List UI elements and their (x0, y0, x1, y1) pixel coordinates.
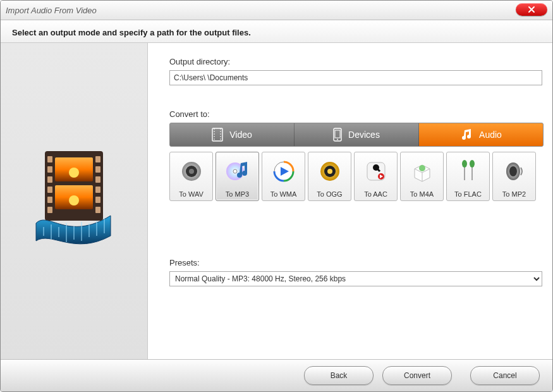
ogg-icon (317, 152, 343, 190)
format-wma[interactable]: To WMA (262, 152, 305, 201)
svg-point-50 (470, 160, 475, 168)
media-player-icon (271, 152, 296, 190)
format-aac[interactable]: To AAC (354, 152, 398, 201)
box-icon (410, 152, 435, 190)
tab-devices[interactable]: Devices (295, 123, 419, 146)
format-m4a-label: To M4A (410, 190, 434, 198)
svg-point-16 (69, 195, 79, 205)
quicktime-icon (363, 152, 389, 190)
tab-audio-label: Audio (479, 130, 502, 140)
close-button[interactable] (516, 3, 547, 16)
svg-rect-5 (47, 176, 52, 183)
format-mp3[interactable]: To MP3 (216, 152, 259, 201)
svg-rect-13 (95, 197, 100, 203)
instruction-heading: Select an output mode and specify a path… (1, 20, 552, 43)
format-wma-label: To WMA (270, 190, 297, 198)
format-wav-label: To WAV (179, 190, 204, 198)
svg-point-52 (509, 166, 517, 176)
back-button[interactable]: Back (304, 366, 374, 385)
svg-point-36 (233, 169, 237, 173)
svg-rect-11 (95, 176, 100, 183)
tab-audio[interactable]: Audio (419, 123, 543, 146)
speaker-icon (179, 152, 204, 190)
category-tabs: Video Devices Audio (169, 123, 544, 147)
tab-devices-label: Devices (348, 130, 380, 140)
svg-rect-8 (47, 207, 52, 213)
svg-rect-14 (95, 207, 100, 213)
format-m4a[interactable]: To M4A (400, 152, 444, 201)
format-wav[interactable]: To WAV (169, 152, 213, 201)
svg-rect-12 (95, 187, 100, 193)
svg-rect-3 (47, 156, 52, 162)
tab-video-label: Video (229, 130, 252, 140)
disc-note-icon (224, 152, 251, 190)
main-panel: Output directory: C:\Users\ \Documents C… (148, 43, 553, 359)
svg-rect-6 (47, 187, 52, 193)
format-mp2[interactable]: To MP2 (492, 152, 536, 201)
format-flac-label: To FLAC (454, 190, 482, 198)
svg-point-49 (462, 160, 467, 168)
svg-rect-9 (95, 156, 100, 162)
svg-rect-7 (47, 197, 52, 203)
video-to-audio-illustration-icon (30, 147, 118, 255)
tab-video[interactable]: Video (170, 123, 295, 146)
window-title: Import Audio From Video (6, 6, 97, 15)
instruction-text: Select an output mode and specify a path… (12, 28, 251, 37)
cancel-button[interactable]: Cancel (470, 366, 540, 385)
format-mp2-label: To MP2 (502, 190, 526, 198)
loudspeaker-icon (502, 152, 527, 190)
title-bar: Import Audio From Video (1, 1, 552, 20)
svg-point-41 (327, 169, 332, 174)
sidebar (1, 43, 148, 359)
svg-rect-10 (95, 166, 100, 173)
presets-label: Presets: (169, 258, 544, 267)
svg-point-15 (69, 168, 79, 178)
close-icon (528, 6, 535, 13)
output-directory-label: Output directory: (169, 57, 544, 66)
format-flac[interactable]: To FLAC (446, 152, 490, 201)
device-icon (333, 128, 342, 142)
format-mp3-label: To MP3 (226, 190, 249, 198)
earbuds-icon (456, 152, 481, 190)
output-directory-value: C:\Users\ \Documents (174, 73, 248, 82)
dialog-body: Output directory: C:\Users\ \Documents C… (1, 43, 552, 359)
convert-to-label: Convert to: (169, 109, 544, 119)
svg-point-31 (337, 139, 338, 140)
svg-rect-30 (335, 130, 340, 138)
music-note-icon (460, 128, 473, 141)
format-ogg-label: To OGG (317, 190, 342, 198)
svg-rect-4 (47, 166, 52, 173)
svg-point-34 (189, 169, 194, 174)
svg-point-48 (419, 165, 425, 171)
dialog-window: Import Audio From Video Select an output… (0, 0, 553, 392)
footer: Back Convert Cancel (1, 359, 552, 391)
format-ogg[interactable]: To OGG (308, 152, 351, 201)
svg-rect-26 (212, 128, 222, 141)
presets-select[interactable]: Normal Quality - MP3: 48000 Hz, Stereo, … (169, 271, 542, 286)
format-aac-label: To AAC (364, 190, 387, 198)
output-directory-field[interactable]: C:\Users\ \Documents (169, 70, 542, 85)
convert-button[interactable]: Convert (382, 366, 452, 385)
film-icon (212, 128, 223, 142)
format-list: To WAV To MP3 (169, 152, 544, 201)
